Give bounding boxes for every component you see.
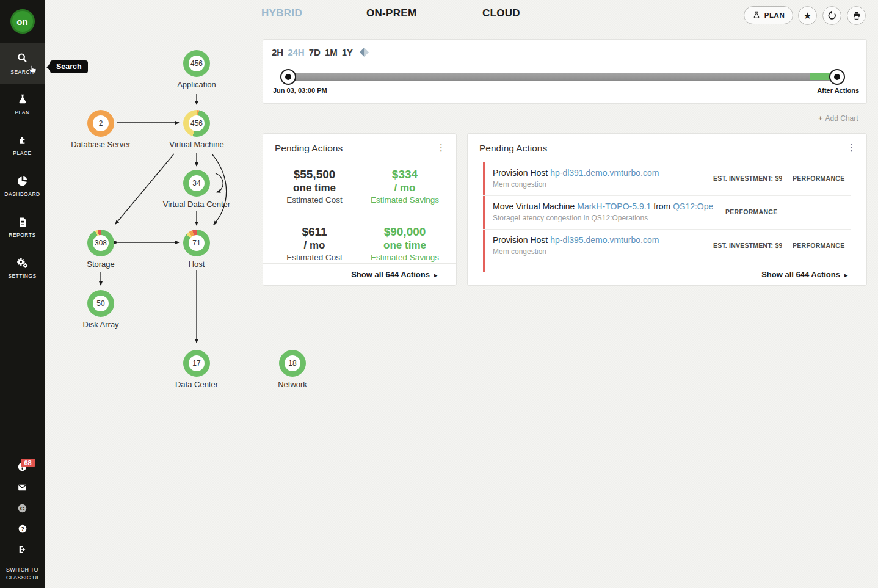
search-tooltip-text: Search xyxy=(56,62,82,71)
virtual-data-center-count: 34 xyxy=(183,170,210,197)
action-investment: EST. INVESTMENT: $9,00 xyxy=(713,242,782,249)
envelope-icon xyxy=(16,482,28,493)
action-reason: StorageLatency congestion in QS12:Operat… xyxy=(493,214,713,222)
entity-link[interactable]: MarkH-TOPO-5.9.1 xyxy=(577,201,651,211)
notifications-button[interactable]: 68 xyxy=(0,456,45,477)
tab-cloud[interactable]: CLOUD xyxy=(482,7,520,20)
show-all-label: Show all 644 Actions xyxy=(761,270,840,279)
stat-period: one time xyxy=(269,182,360,194)
app-logo: on xyxy=(0,0,45,43)
undo-button[interactable] xyxy=(822,6,841,25)
add-chart-label: Add Chart xyxy=(825,114,858,123)
kebab-menu-icon[interactable]: ⋮ xyxy=(437,142,446,153)
sidebar-item-label: PLACE xyxy=(13,150,31,156)
sidebar-item-dashboard[interactable]: DASHBOARD xyxy=(0,165,45,206)
stat-estimated-cost-one-time: $55,500 one time Estimated Cost xyxy=(269,168,360,205)
network-label: Network xyxy=(253,380,332,389)
topology-node-virtual-data-center[interactable]: 34 Virtual Data Center xyxy=(157,170,236,209)
logo-button[interactable]: on xyxy=(10,9,35,34)
svg-text:?: ? xyxy=(21,526,24,532)
g-logo-icon: G xyxy=(16,503,28,514)
stat-caption: Estimated Savings xyxy=(360,253,450,262)
sidebar-utilities: 68 G ? xyxy=(0,456,45,584)
sidebar-item-settings[interactable]: SETTINGS xyxy=(0,247,45,288)
disk-array-label: Disk Array xyxy=(61,320,140,329)
timeline-handle-end[interactable] xyxy=(829,69,845,85)
storage-donut: 308 xyxy=(87,230,114,256)
action-row-provision-host-2[interactable]: Provision Host hp-dl395.demo.vmturbo.com… xyxy=(483,230,851,263)
virtual-machine-donut: 456 xyxy=(183,110,210,137)
switch-line-2: CLASSIC UI xyxy=(6,575,38,581)
show-all-actions-link[interactable]: Show all 644 Actions▸ xyxy=(351,270,437,279)
topology-node-application[interactable]: 456 Application xyxy=(157,50,236,89)
topology-node-database-server[interactable]: 2 Database Server xyxy=(61,110,140,149)
timeline-handle-start[interactable] xyxy=(280,69,296,85)
database-server-count: 2 xyxy=(87,110,114,137)
stat-amount: $611 xyxy=(269,225,360,239)
app-root: on SEARCH PLAN PLACE xyxy=(0,0,878,588)
host-donut: 71 xyxy=(183,230,210,256)
topology-node-data-center[interactable]: 17 Data Center xyxy=(157,350,236,389)
pie-chart-icon xyxy=(16,175,29,187)
stat-caption: Estimated Savings xyxy=(360,195,450,205)
virtual-data-center-label: Virtual Data Center xyxy=(157,200,236,209)
timeline-track[interactable] xyxy=(280,73,843,81)
gear-icon xyxy=(16,256,29,269)
logout-button[interactable] xyxy=(0,539,45,560)
logo-text: on xyxy=(16,16,27,27)
stat-caption: Estimated Cost xyxy=(269,195,360,205)
sidebar-item-plan[interactable]: PLAN xyxy=(0,84,45,125)
plan-button[interactable]: PLAN xyxy=(744,6,793,24)
host-count: 71 xyxy=(183,230,210,256)
stat-period: / mo xyxy=(269,239,360,252)
topology-node-storage[interactable]: 308 Storage xyxy=(61,230,140,269)
stat-amount: $55,500 xyxy=(269,168,360,181)
kebab-menu-icon[interactable]: ⋮ xyxy=(847,142,856,153)
show-all-actions-link[interactable]: Show all 644 Actions▸ xyxy=(761,270,847,279)
sidebar: on SEARCH PLAN PLACE xyxy=(0,0,45,588)
entity-link[interactable]: hp-dl391.demo.vmturbo.com xyxy=(550,168,659,178)
entity-link[interactable]: hp-dl395.demo.vmturbo.com xyxy=(550,235,659,245)
sidebar-item-place[interactable]: PLACE xyxy=(0,125,45,165)
stat-period: / mo xyxy=(360,182,450,194)
timeline-panel: 2H 24H 7D 1M 1Y Jun 03, 03:00 PM After A… xyxy=(263,39,867,104)
summary-stats: $55,500 one time Estimated Cost $334 / m… xyxy=(269,168,450,262)
print-button[interactable] xyxy=(847,6,866,25)
tab-hybrid[interactable]: HYBRID xyxy=(261,7,302,20)
topology-node-network[interactable]: 18 Network xyxy=(253,350,332,389)
add-chart-button[interactable]: + Add Chart xyxy=(818,114,858,123)
flask-icon xyxy=(752,11,761,20)
data-center-label: Data Center xyxy=(157,380,236,389)
pending-actions-list-panel: Pending Actions ⋮ Provision Host hp-dl39… xyxy=(467,133,867,286)
favorites-button[interactable]: ★ xyxy=(798,6,817,25)
topology-node-host[interactable]: 71 Host xyxy=(157,230,236,269)
topology-node-virtual-machine[interactable]: 456 Virtual Machine xyxy=(157,110,236,149)
tab-on-prem[interactable]: ON-PREM xyxy=(366,7,416,20)
action-row-provision-host-1[interactable]: Provision Host hp-dl391.demo.vmturbo.com… xyxy=(483,162,851,196)
action-category: PERFORMANCE xyxy=(793,175,845,182)
document-icon xyxy=(16,216,29,228)
plus-icon: + xyxy=(818,114,823,123)
messages-button[interactable] xyxy=(0,477,45,498)
svg-text:G: G xyxy=(20,504,25,511)
feedback-button[interactable]: G xyxy=(0,498,45,518)
star-icon: ★ xyxy=(804,10,811,21)
stat-estimated-cost-monthly: $611 / mo Estimated Cost xyxy=(269,225,360,262)
help-button[interactable]: ? xyxy=(0,518,45,539)
action-category: PERFORMANCE xyxy=(725,208,778,216)
sidebar-item-reports[interactable]: REPORTS xyxy=(0,206,45,247)
compare-diamond-icon[interactable] xyxy=(360,48,369,57)
undo-icon xyxy=(827,10,837,21)
show-all-label: Show all 644 Actions xyxy=(351,270,430,279)
switch-to-classic-ui-link[interactable]: SWITCH TO CLASSIC UI xyxy=(6,566,38,584)
flask-icon xyxy=(16,93,29,106)
panel-title: Pending Actions xyxy=(479,143,547,154)
action-row-move-vm[interactable]: Move Virtual Machine MarkH-TOPO-5.9.1 fr… xyxy=(483,196,851,230)
topology-node-disk-array[interactable]: 50 Disk Array xyxy=(61,290,140,329)
search-tooltip: Search xyxy=(50,60,88,73)
host-label: Host xyxy=(157,260,236,269)
entity-link[interactable]: QS12:Ope xyxy=(673,201,713,211)
sidebar-item-search[interactable]: SEARCH xyxy=(0,43,45,84)
search-icon xyxy=(16,52,29,65)
action-text: Provision Host xyxy=(493,235,550,245)
